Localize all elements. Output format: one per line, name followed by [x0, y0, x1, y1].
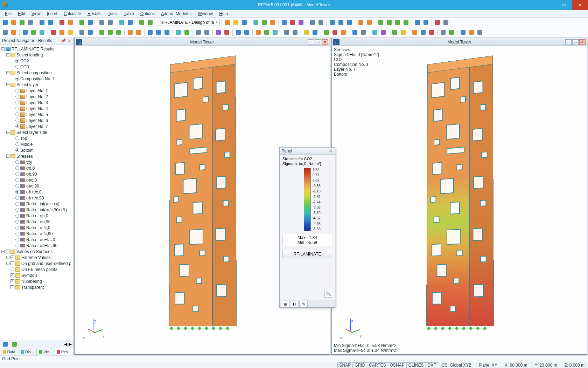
toolbar-button[interactable]	[283, 28, 290, 36]
tree-row[interactable]: Ratio - int(σt/c,90+τR)	[1, 207, 73, 213]
toolbar-button[interactable]	[223, 28, 231, 36]
toolbar-button[interactable]	[317, 19, 325, 26]
toolbar-button[interactable]	[254, 28, 262, 36]
radio-icon[interactable]	[15, 89, 19, 93]
menu-options[interactable]: Options	[138, 11, 158, 17]
toolbar-button[interactable]	[232, 19, 240, 26]
tree-row[interactable]: Top	[1, 135, 73, 141]
radio-icon[interactable]	[15, 184, 19, 188]
panel-zoom-icon[interactable]: 🔍	[324, 290, 332, 298]
status-toggle-grid[interactable]: GRID	[352, 362, 367, 368]
radio-icon[interactable]	[15, 244, 19, 247]
toolbar-button[interactable]	[30, 28, 37, 36]
navigator-pin-icon[interactable]: 📌	[61, 38, 66, 43]
panel-tab-factor[interactable]: ◐	[290, 301, 299, 307]
toolbar-button[interactable]	[297, 19, 305, 26]
toolbar-button[interactable]	[86, 19, 94, 26]
tree-row[interactable]: Ratio - σb,90	[1, 219, 73, 225]
tree-row[interactable]: Ratio - σt/c,0	[1, 225, 73, 231]
toolbar-button[interactable]	[38, 28, 46, 36]
check-icon[interactable]	[10, 285, 14, 289]
menu-view[interactable]: View	[29, 11, 43, 17]
menu-window[interactable]: Window	[195, 11, 216, 17]
toolbar-button[interactable]	[269, 19, 276, 26]
toolbar-button[interactable]	[377, 19, 385, 26]
expand-icon[interactable]: −	[1, 250, 5, 253]
radio-icon[interactable]	[10, 267, 14, 271]
menu-edit[interactable]: Edit	[15, 11, 28, 17]
toolbar-button[interactable]	[224, 19, 231, 26]
toolbar-button[interactable]	[10, 19, 18, 26]
tree-row[interactable]: Layer No. 3	[1, 100, 73, 105]
nav-btn-2[interactable]	[10, 340, 18, 348]
toolbar-button[interactable]	[50, 28, 57, 36]
close-button[interactable]: ✕	[572, 0, 588, 10]
toolbar-button[interactable]	[146, 28, 154, 36]
toolbar-button[interactable]	[21, 28, 29, 36]
rf-laminate-button[interactable]: RF-LAMINATE	[282, 250, 332, 258]
toolbar-button[interactable]	[138, 19, 146, 26]
nav-scroll-right[interactable]: ▶	[69, 342, 72, 347]
toolbar-button[interactable]	[291, 28, 299, 36]
tree-row[interactable]: Ratio - σt/c,90	[1, 231, 73, 237]
tree-row[interactable]: Ratio - int(τd+τxy)	[1, 201, 73, 207]
toolbar-button[interactable]	[66, 28, 74, 36]
vp-max-button[interactable]: ▭	[315, 39, 321, 45]
toolbar-button[interactable]	[58, 19, 66, 26]
panel-header[interactable]: Panel ✕	[280, 148, 335, 155]
toolbar-button[interactable]	[329, 19, 336, 26]
expand-icon[interactable]: −	[6, 131, 9, 134]
tree-row[interactable]: −RF-LAMINATE Results	[1, 46, 73, 52]
navigator-tab-vie[interactable]: Vie...	[37, 348, 55, 355]
radio-icon[interactable]	[15, 113, 19, 116]
tree-row[interactable]: Transparent	[1, 284, 73, 290]
tree-row[interactable]: σb,0	[1, 165, 73, 171]
status-toggle-cartes[interactable]: CARTES	[367, 362, 388, 368]
tree-row[interactable]: Bottom	[1, 147, 73, 153]
toolbar-button[interactable]	[252, 19, 260, 26]
tree-row[interactable]: Symbols	[1, 272, 73, 278]
tree-row[interactable]: Middle	[1, 141, 73, 147]
check-icon[interactable]	[10, 255, 14, 259]
tree-row[interactable]: Ratio - σb,0	[1, 213, 73, 219]
toolbar-button[interactable]	[106, 19, 114, 26]
tree-row[interactable]: Layer No. 7	[1, 123, 73, 129]
radio-icon[interactable]	[15, 160, 19, 164]
toolbar-button[interactable]	[1, 19, 9, 26]
tree-row[interactable]: Numbering	[1, 278, 73, 284]
status-toggle-glines[interactable]: GLINES	[406, 362, 426, 368]
toolbar-button[interactable]	[78, 28, 86, 36]
tree-row[interactable]: Composition No. 1	[1, 76, 73, 82]
toolbar-button[interactable]	[394, 19, 401, 26]
toolbar-button[interactable]	[379, 28, 387, 36]
navigator-tab-res[interactable]: Res...	[55, 348, 73, 355]
tree-row[interactable]: Layer No. 4	[1, 105, 73, 111]
radio-icon[interactable]	[15, 124, 19, 128]
radio-icon[interactable]	[15, 226, 19, 230]
toolbar-button[interactable]	[402, 19, 410, 26]
panel-tab-legend[interactable]: ▦	[281, 301, 289, 307]
tree-row[interactable]: Ratio - σb+t/c,90	[1, 243, 73, 248]
toolbar-button[interactable]	[86, 28, 94, 36]
radio-icon[interactable]	[15, 166, 19, 170]
toolbar-button[interactable]	[434, 19, 441, 26]
tree-row[interactable]: −Values on Surfaces	[1, 248, 73, 254]
minimize-button[interactable]: ─	[540, 0, 556, 10]
radio-icon[interactable]	[15, 95, 19, 98]
toolbar-button[interactable]	[337, 19, 345, 26]
radio-icon[interactable]	[15, 107, 19, 110]
radio-icon[interactable]	[15, 190, 19, 194]
radio-icon[interactable]	[15, 220, 19, 224]
module-combo[interactable]: RF-LAMINATE - Design of la	[158, 19, 220, 26]
vp-close-button[interactable]: ✕	[579, 39, 586, 45]
toolbar-button[interactable]	[448, 28, 455, 36]
toolbar-button[interactable]	[365, 19, 373, 26]
radio-icon[interactable]	[15, 208, 19, 212]
toolbar-button[interactable]	[183, 28, 191, 36]
toolbar-button[interactable]	[271, 28, 279, 36]
navigator-close-icon[interactable]: ✕	[68, 38, 71, 43]
toolbar-button[interactable]	[126, 28, 134, 36]
vp-min-button[interactable]: ─	[565, 39, 572, 45]
toolbar-button[interactable]	[419, 28, 427, 36]
toolbar-button[interactable]	[311, 28, 319, 36]
